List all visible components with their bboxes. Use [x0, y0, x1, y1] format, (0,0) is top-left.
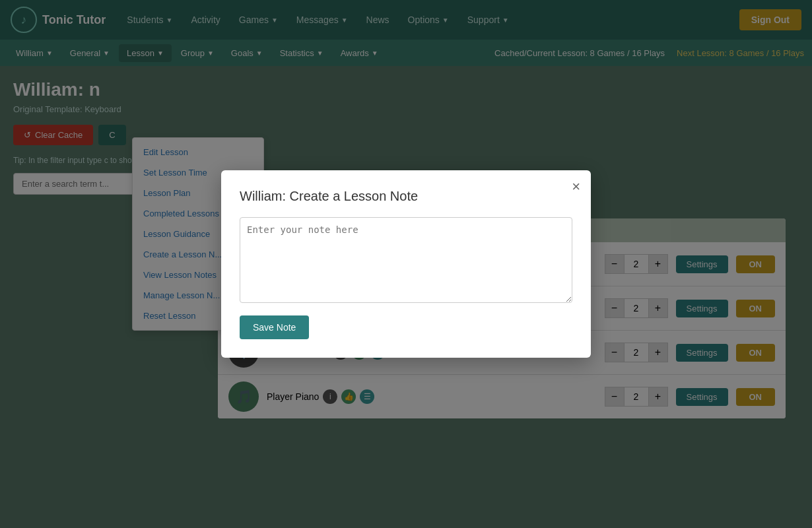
lesson-note-textarea[interactable] [240, 217, 572, 303]
save-note-button[interactable]: Save Note [240, 315, 309, 339]
create-lesson-note-modal: × William: Create a Lesson Note Save Not… [221, 170, 591, 358]
modal-title: William: Create a Lesson Note [240, 189, 572, 204]
modal-close-button[interactable]: × [572, 180, 580, 194]
modal-overlay[interactable]: × William: Create a Lesson Note Save Not… [0, 0, 812, 528]
